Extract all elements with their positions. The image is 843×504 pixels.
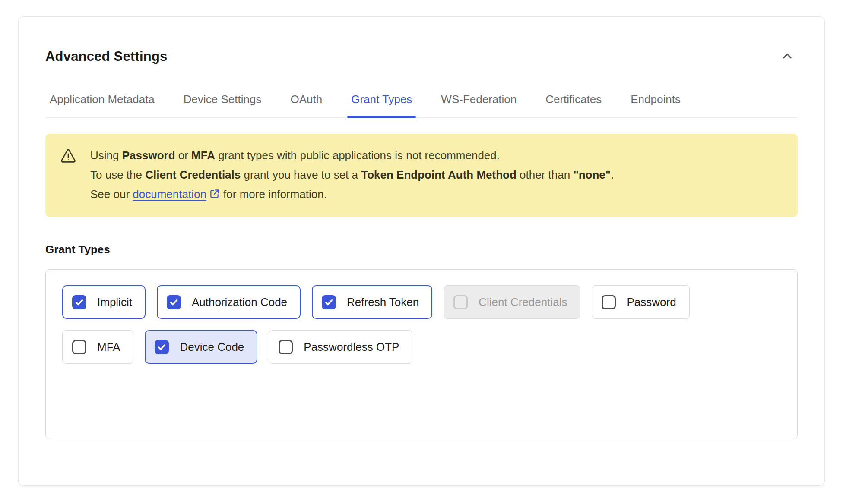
checkbox-unchecked-icon <box>453 295 468 309</box>
checkbox-checked-icon <box>322 295 336 309</box>
grant-type-mfa[interactable]: MFA <box>62 330 133 364</box>
grant-types-label: Grant Types <box>45 243 798 256</box>
grant-type-implicit[interactable]: Implicit <box>62 285 146 319</box>
card-header: Advanced Settings <box>45 48 798 65</box>
warning-line-3: See our documentation for more informati… <box>90 185 614 204</box>
grant-type-label: Authorization Code <box>192 296 287 309</box>
documentation-link[interactable]: documentation <box>133 188 206 201</box>
warning-triangle-icon <box>60 148 76 166</box>
grant-type-password[interactable]: Password <box>592 285 689 319</box>
grant-type-refresh-token[interactable]: Refresh Token <box>312 285 432 319</box>
grant-type-label: Client Credentials <box>479 296 567 309</box>
tab-application-metadata[interactable]: Application Metadata <box>49 93 155 117</box>
tab-ws-federation[interactable]: WS-Federation <box>440 93 517 117</box>
grant-type-label: MFA <box>97 340 120 354</box>
collapse-section-button[interactable] <box>777 48 798 65</box>
tab-endpoints[interactable]: Endpoints <box>630 93 681 117</box>
grant-type-label: Password <box>627 296 676 309</box>
warning-text: Using Password or MFA grant types with p… <box>90 146 614 204</box>
grant-type-label: Refresh Token <box>347 296 419 309</box>
chevron-up-icon <box>781 50 794 64</box>
grant-type-authorization-code[interactable]: Authorization Code <box>157 285 301 319</box>
tab-oauth[interactable]: OAuth <box>289 93 323 117</box>
external-link-icon <box>206 188 220 201</box>
warning-banner: Using Password or MFA grant types with p… <box>45 134 798 217</box>
checkbox-checked-icon <box>72 295 86 309</box>
grant-type-device-code[interactable]: Device Code <box>145 330 257 364</box>
grant-type-label: Device Code <box>180 340 244 354</box>
grant-types-group: Implicit Authorization Code Refresh Toke… <box>45 269 798 439</box>
warning-line-1: Using Password or MFA grant types with p… <box>90 146 614 165</box>
tab-grant-types[interactable]: Grant Types <box>350 93 413 117</box>
checkbox-checked-icon <box>155 340 169 354</box>
checkbox-unchecked-icon <box>279 340 293 354</box>
page-title: Advanced Settings <box>45 49 167 64</box>
grant-type-label: Implicit <box>97 296 132 309</box>
checkbox-unchecked-icon <box>72 340 86 354</box>
grant-type-passwordless-otp[interactable]: Passwordless OTP <box>269 330 412 364</box>
grant-type-client-credentials: Client Credentials <box>444 285 580 319</box>
advanced-settings-card: Advanced Settings Application Metadata D… <box>18 16 825 486</box>
checkbox-unchecked-icon <box>602 295 616 309</box>
grant-types-row-2: MFA Device Code Passwordless OTP <box>62 330 781 364</box>
grant-types-row-1: Implicit Authorization Code Refresh Toke… <box>62 285 781 319</box>
tab-device-settings[interactable]: Device Settings <box>183 93 263 117</box>
tab-bar: Application Metadata Device Settings OAu… <box>45 93 798 118</box>
tab-certificates[interactable]: Certificates <box>545 93 602 117</box>
warning-line-2: To use the Client Credentials grant you … <box>90 165 614 185</box>
checkbox-checked-icon <box>167 295 181 309</box>
grant-type-label: Passwordless OTP <box>304 340 399 354</box>
